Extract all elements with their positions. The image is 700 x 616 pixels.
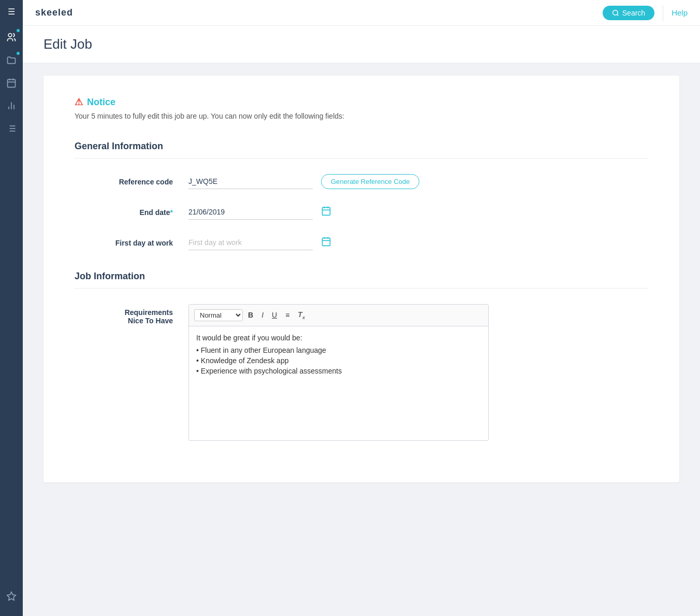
chart-icon xyxy=(6,101,17,111)
end-date-label: End date* xyxy=(75,208,188,217)
sidebar-menu-icon[interactable]: ☰ xyxy=(0,0,23,23)
warning-icon: ⚠ xyxy=(75,96,83,108)
help-link[interactable]: Help xyxy=(672,8,688,17)
sidebar: ☰ xyxy=(0,0,23,616)
first-day-calendar-icon[interactable] xyxy=(321,236,331,249)
editor-toolbar: Normal Heading 1 Heading 2 Heading 3 B I… xyxy=(189,305,488,326)
sidebar-item-chart[interactable] xyxy=(0,94,23,117)
bold-button[interactable]: B xyxy=(245,309,256,321)
search-icon xyxy=(612,9,619,17)
list-button[interactable]: ≡ xyxy=(282,309,293,321)
svg-rect-17 xyxy=(323,207,330,215)
requirements-nice-to-have-label: Requirements Nice To Have xyxy=(75,304,188,325)
svg-rect-1 xyxy=(8,79,16,87)
people-icon xyxy=(6,32,17,42)
editor-intro: It would be great if you would be: xyxy=(196,334,302,342)
calendar-nav-icon xyxy=(6,78,17,88)
reference-code-label: Reference code xyxy=(75,178,188,186)
underline-button[interactable]: U xyxy=(269,309,280,321)
hamburger-icon: ☰ xyxy=(8,7,15,17)
job-information-section: Job Information Requirements Nice To Hav… xyxy=(75,271,648,441)
first-day-at-work-input[interactable] xyxy=(188,235,313,250)
general-information-section: General Information Reference code Gener… xyxy=(75,141,648,250)
notice-heading: Notice xyxy=(87,97,115,108)
search-button[interactable]: Search xyxy=(603,6,654,20)
reference-code-row: Reference code Generate Reference Code xyxy=(75,174,648,189)
main-wrapper: skeeled Search Help Edit Job ⚠ Notice Yo… xyxy=(23,0,700,616)
sidebar-item-star[interactable] xyxy=(0,585,23,608)
clear-format-button[interactable]: Tx xyxy=(295,309,308,322)
page-title: Edit Job xyxy=(43,36,679,52)
format-select[interactable]: Normal Heading 1 Heading 2 Heading 3 xyxy=(194,309,243,321)
first-day-at-work-label: First day at work xyxy=(75,239,188,247)
first-day-at-work-row: First day at work xyxy=(75,235,648,250)
bullet-item-1: Fluent in any other European language xyxy=(196,346,481,354)
topbar-right: Search Help xyxy=(603,5,688,21)
editor-bullet-list: Fluent in any other European language Kn… xyxy=(196,346,481,375)
content-area: Edit Job ⚠ Notice Your 5 minutes to full… xyxy=(23,26,700,616)
sidebar-item-calendar[interactable] xyxy=(0,71,23,94)
app-logo: skeeled xyxy=(35,7,73,18)
sidebar-item-list[interactable] xyxy=(0,117,23,140)
end-date-calendar-icon[interactable] xyxy=(321,206,331,219)
general-information-title: General Information xyxy=(75,141,648,159)
form-card: ⚠ Notice Your 5 minutes to fully edit th… xyxy=(43,76,679,482)
star-icon xyxy=(6,591,17,601)
reference-code-input[interactable] xyxy=(188,174,313,189)
svg-rect-21 xyxy=(323,238,330,246)
notice-text: Your 5 minutes to fully edit this job ar… xyxy=(75,112,648,120)
svg-point-15 xyxy=(613,10,618,15)
requirements-nice-to-have-row: Requirements Nice To Have Normal Heading… xyxy=(75,304,648,441)
notice-title: ⚠ Notice xyxy=(75,96,648,108)
topbar: skeeled Search Help xyxy=(23,0,700,26)
requirements-editor: Normal Heading 1 Heading 2 Heading 3 B I… xyxy=(188,304,489,441)
reference-code-input-wrapper: Generate Reference Code xyxy=(188,174,648,189)
notice-box: ⚠ Notice Your 5 minutes to fully edit th… xyxy=(75,96,648,120)
italic-button[interactable]: I xyxy=(258,309,267,321)
editor-content-area[interactable]: It would be great if you would be: Fluen… xyxy=(189,326,488,440)
first-day-at-work-input-wrapper xyxy=(188,235,648,250)
bullet-item-2: Knowledge of Zendesk app xyxy=(196,356,481,365)
generate-reference-code-button[interactable]: Generate Reference Code xyxy=(321,174,419,189)
sidebar-item-people[interactable] xyxy=(0,26,23,49)
bullet-item-3: Experience with psychological assessment… xyxy=(196,367,481,375)
page-header: Edit Job xyxy=(23,26,700,63)
folder-icon xyxy=(6,55,17,65)
end-date-input-wrapper xyxy=(188,205,648,220)
svg-line-16 xyxy=(617,14,618,16)
job-information-title: Job Information xyxy=(75,271,648,289)
topbar-divider xyxy=(663,5,663,21)
end-date-input[interactable] xyxy=(188,205,313,220)
sidebar-item-folder[interactable] xyxy=(0,49,23,71)
end-date-row: End date* xyxy=(75,205,648,220)
list-icon xyxy=(6,123,17,134)
svg-point-0 xyxy=(8,34,12,37)
svg-marker-14 xyxy=(7,592,16,600)
